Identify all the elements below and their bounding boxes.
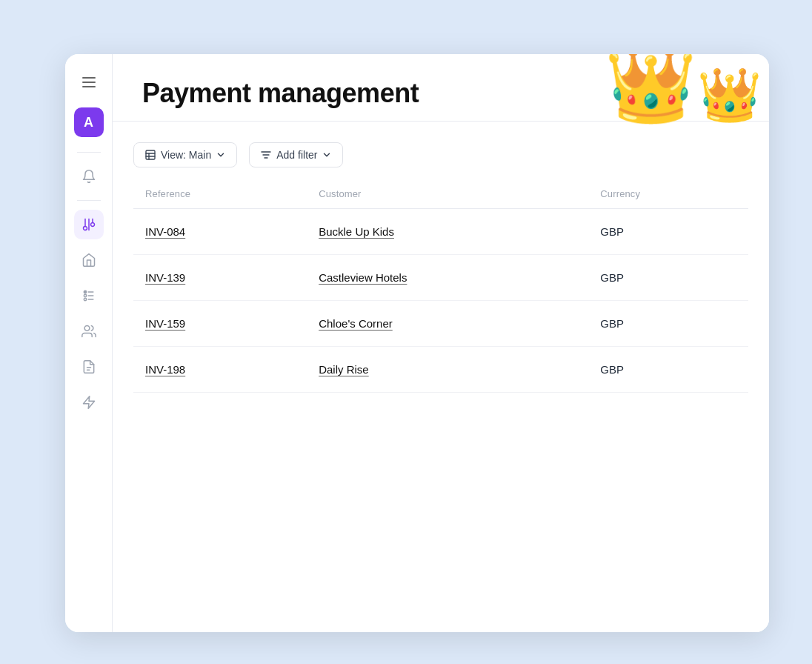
- page-header: Payment management: [113, 54, 769, 122]
- home-icon: [81, 253, 96, 268]
- payments-table: Reference Customer Currency INV-084Buckl…: [133, 179, 748, 393]
- bell-icon: [81, 169, 96, 184]
- filter-chevron-icon: [322, 150, 332, 160]
- app-container: A: [65, 54, 769, 632]
- svg-point-6: [84, 290, 86, 293]
- cell-reference: INV-159: [133, 301, 307, 347]
- sidebar-item-filter[interactable]: [74, 210, 104, 239]
- table-row: INV-159Chloe's CornerGBP: [133, 301, 748, 347]
- add-filter-button[interactable]: Add filter: [249, 142, 343, 167]
- sidebar-item-home[interactable]: [74, 245, 104, 275]
- svg-point-8: [84, 294, 86, 296]
- col-header-reference: Reference: [133, 179, 307, 209]
- table-row: INV-139Castleview HotelsGBP: [133, 255, 748, 301]
- view-selector-label: View: Main: [161, 149, 211, 161]
- menu-icon-button[interactable]: [76, 69, 102, 96]
- table-header: Reference Customer Currency: [133, 179, 748, 209]
- cell-currency: GBP: [588, 347, 748, 393]
- svg-point-12: [84, 326, 90, 331]
- customer-link[interactable]: Castleview Hotels: [319, 271, 407, 284]
- sidebar: A: [65, 54, 113, 632]
- reference-link[interactable]: INV-198: [145, 363, 185, 376]
- cell-customer: Castleview Hotels: [307, 255, 588, 301]
- svg-point-3: [90, 223, 94, 227]
- table-row: INV-084Buckle Up KidsGBP: [133, 209, 748, 255]
- cell-customer: Daily Rise: [307, 347, 588, 393]
- add-filter-label: Add filter: [276, 149, 317, 161]
- reference-link[interactable]: INV-139: [145, 271, 185, 284]
- filter-icon: [260, 149, 272, 161]
- col-header-currency: Currency: [588, 179, 748, 209]
- cell-reference: INV-084: [133, 209, 307, 255]
- view-selector-button[interactable]: View: Main: [133, 142, 237, 167]
- cell-currency: GBP: [588, 301, 748, 347]
- chevron-down-icon: [216, 150, 226, 160]
- sidebar-item-invoices[interactable]: [74, 352, 104, 382]
- customer-link[interactable]: Chloe's Corner: [319, 317, 393, 330]
- svg-rect-16: [146, 150, 155, 159]
- col-header-customer: Customer: [307, 179, 588, 209]
- invoice-icon: [81, 359, 96, 374]
- sidebar-item-notifications[interactable]: [74, 162, 104, 191]
- table-row: INV-198Daily RiseGBP: [133, 347, 748, 393]
- page-title: Payment management: [142, 78, 739, 109]
- cell-reference: INV-139: [133, 255, 307, 301]
- sidebar-divider-2: [77, 200, 101, 201]
- cell-customer: Chloe's Corner: [307, 301, 588, 347]
- tasks-icon: [81, 288, 96, 303]
- cell-customer: Buckle Up Kids: [307, 209, 588, 255]
- cell-currency: GBP: [588, 209, 748, 255]
- svg-marker-15: [83, 396, 94, 409]
- table-icon: [144, 149, 156, 161]
- table-body: INV-084Buckle Up KidsGBPINV-139Castlevie…: [133, 209, 748, 393]
- sidebar-divider-1: [77, 152, 101, 153]
- lightning-icon: [81, 395, 96, 410]
- user-avatar[interactable]: A: [74, 107, 104, 137]
- svg-point-10: [84, 298, 86, 300]
- cell-reference: INV-198: [133, 347, 307, 393]
- reference-link[interactable]: INV-159: [145, 317, 185, 330]
- cell-currency: GBP: [588, 255, 748, 301]
- hamburger-icon: [82, 77, 96, 87]
- sidebar-item-tasks[interactable]: [74, 281, 104, 311]
- customer-link[interactable]: Buckle Up Kids: [319, 225, 394, 238]
- reference-link[interactable]: INV-084: [145, 225, 185, 238]
- sidebar-item-contacts[interactable]: [74, 316, 104, 346]
- content-area: View: Main Add filter: [113, 122, 769, 632]
- main-content: Payment management View: Main: [113, 54, 769, 632]
- table-header-row: Reference Customer Currency: [133, 179, 748, 209]
- fork-icon: [81, 217, 96, 232]
- sidebar-item-lightning[interactable]: [74, 388, 104, 417]
- customer-link[interactable]: Daily Rise: [319, 363, 369, 376]
- toolbar: View: Main Add filter: [133, 142, 748, 167]
- contacts-icon: [81, 324, 97, 339]
